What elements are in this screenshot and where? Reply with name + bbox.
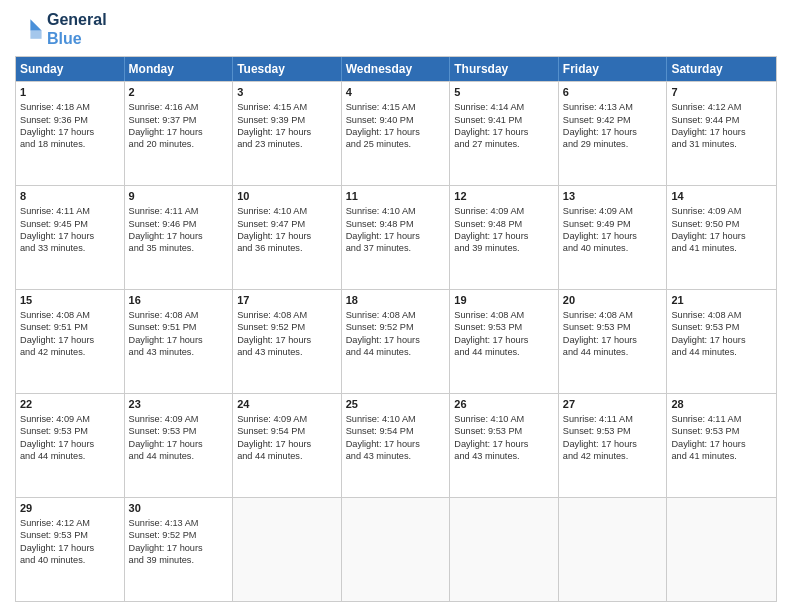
day-cell-25: 25Sunrise: 4:10 AMSunset: 9:54 PMDayligh…	[342, 394, 451, 497]
day-info-line: and 36 minutes.	[237, 242, 337, 254]
day-info-line: Sunset: 9:54 PM	[237, 425, 337, 437]
day-info-line: and 41 minutes.	[671, 242, 772, 254]
day-header-saturday: Saturday	[667, 57, 776, 81]
day-info-line: Sunset: 9:54 PM	[346, 425, 446, 437]
day-info-line: Sunset: 9:40 PM	[346, 114, 446, 126]
day-info-line: Sunset: 9:45 PM	[20, 218, 120, 230]
day-info-line: Daylight: 17 hours	[129, 126, 229, 138]
day-info-line: and 44 minutes.	[671, 346, 772, 358]
logo-icon	[15, 15, 43, 43]
day-number: 15	[20, 293, 120, 308]
day-info-line: Sunset: 9:46 PM	[129, 218, 229, 230]
day-info-line: Sunset: 9:53 PM	[671, 425, 772, 437]
day-header-thursday: Thursday	[450, 57, 559, 81]
day-info-line: Daylight: 17 hours	[671, 438, 772, 450]
day-info-line: Daylight: 17 hours	[237, 230, 337, 242]
day-info-line: Sunrise: 4:13 AM	[563, 101, 663, 113]
day-info-line: Daylight: 17 hours	[346, 438, 446, 450]
day-cell-30: 30Sunrise: 4:13 AMSunset: 9:52 PMDayligh…	[125, 498, 234, 601]
calendar-body: 1Sunrise: 4:18 AMSunset: 9:36 PMDaylight…	[16, 81, 776, 601]
day-info-line: Sunset: 9:41 PM	[454, 114, 554, 126]
day-info-line: Daylight: 17 hours	[671, 126, 772, 138]
day-info-line: Sunset: 9:37 PM	[129, 114, 229, 126]
day-cell-1: 1Sunrise: 4:18 AMSunset: 9:36 PMDaylight…	[16, 82, 125, 185]
day-cell-28: 28Sunrise: 4:11 AMSunset: 9:53 PMDayligh…	[667, 394, 776, 497]
day-info-line: Daylight: 17 hours	[563, 126, 663, 138]
day-info-line: Sunset: 9:50 PM	[671, 218, 772, 230]
day-info-line: and 44 minutes.	[346, 346, 446, 358]
day-info-line: Sunset: 9:52 PM	[237, 321, 337, 333]
day-number: 2	[129, 85, 229, 100]
day-info-line: Sunrise: 4:10 AM	[346, 413, 446, 425]
day-number: 10	[237, 189, 337, 204]
day-info-line: Daylight: 17 hours	[20, 542, 120, 554]
day-number: 8	[20, 189, 120, 204]
day-cell-18: 18Sunrise: 4:08 AMSunset: 9:52 PMDayligh…	[342, 290, 451, 393]
day-info-line: Sunset: 9:36 PM	[20, 114, 120, 126]
day-number: 14	[671, 189, 772, 204]
day-info-line: Daylight: 17 hours	[346, 230, 446, 242]
day-cell-5: 5Sunrise: 4:14 AMSunset: 9:41 PMDaylight…	[450, 82, 559, 185]
header: General Blue	[15, 10, 777, 48]
day-cell-4: 4Sunrise: 4:15 AMSunset: 9:40 PMDaylight…	[342, 82, 451, 185]
day-number: 11	[346, 189, 446, 204]
day-number: 23	[129, 397, 229, 412]
day-info-line: Sunrise: 4:08 AM	[563, 309, 663, 321]
day-info-line: and 43 minutes.	[129, 346, 229, 358]
week-row-1: 1Sunrise: 4:18 AMSunset: 9:36 PMDaylight…	[16, 81, 776, 185]
day-number: 25	[346, 397, 446, 412]
week-row-5: 29Sunrise: 4:12 AMSunset: 9:53 PMDayligh…	[16, 497, 776, 601]
day-info-line: Sunrise: 4:08 AM	[129, 309, 229, 321]
day-info-line: Sunrise: 4:11 AM	[20, 205, 120, 217]
empty-cell	[450, 498, 559, 601]
day-info-line: Daylight: 17 hours	[563, 230, 663, 242]
day-cell-24: 24Sunrise: 4:09 AMSunset: 9:54 PMDayligh…	[233, 394, 342, 497]
logo: General Blue	[15, 10, 107, 48]
svg-marker-0	[30, 19, 41, 30]
day-info-line: and 25 minutes.	[346, 138, 446, 150]
day-info-line: Daylight: 17 hours	[346, 126, 446, 138]
day-info-line: and 43 minutes.	[346, 450, 446, 462]
day-info-line: Daylight: 17 hours	[129, 334, 229, 346]
day-cell-20: 20Sunrise: 4:08 AMSunset: 9:53 PMDayligh…	[559, 290, 668, 393]
day-number: 17	[237, 293, 337, 308]
day-number: 3	[237, 85, 337, 100]
day-info-line: and 44 minutes.	[129, 450, 229, 462]
day-info-line: Sunset: 9:44 PM	[671, 114, 772, 126]
day-info-line: Daylight: 17 hours	[563, 334, 663, 346]
day-info-line: Daylight: 17 hours	[237, 334, 337, 346]
day-cell-14: 14Sunrise: 4:09 AMSunset: 9:50 PMDayligh…	[667, 186, 776, 289]
empty-cell	[342, 498, 451, 601]
day-info-line: Sunrise: 4:11 AM	[563, 413, 663, 425]
day-info-line: Sunrise: 4:12 AM	[20, 517, 120, 529]
day-info-line: Daylight: 17 hours	[20, 334, 120, 346]
day-info-line: Sunset: 9:52 PM	[346, 321, 446, 333]
day-info-line: Sunrise: 4:09 AM	[671, 205, 772, 217]
day-info-line: Sunset: 9:48 PM	[454, 218, 554, 230]
day-info-line: Sunset: 9:42 PM	[563, 114, 663, 126]
day-cell-19: 19Sunrise: 4:08 AMSunset: 9:53 PMDayligh…	[450, 290, 559, 393]
svg-marker-1	[30, 31, 41, 39]
week-row-4: 22Sunrise: 4:09 AMSunset: 9:53 PMDayligh…	[16, 393, 776, 497]
day-info-line: Daylight: 17 hours	[20, 438, 120, 450]
day-info-line: Sunrise: 4:15 AM	[346, 101, 446, 113]
day-info-line: and 43 minutes.	[454, 450, 554, 462]
day-info-line: Daylight: 17 hours	[237, 438, 337, 450]
day-info-line: and 23 minutes.	[237, 138, 337, 150]
day-info-line: Sunrise: 4:10 AM	[346, 205, 446, 217]
day-info-line: Sunrise: 4:15 AM	[237, 101, 337, 113]
day-number: 30	[129, 501, 229, 516]
day-info-line: and 42 minutes.	[563, 450, 663, 462]
day-number: 13	[563, 189, 663, 204]
day-info-line: Daylight: 17 hours	[454, 334, 554, 346]
day-info-line: and 27 minutes.	[454, 138, 554, 150]
empty-cell	[559, 498, 668, 601]
day-info-line: and 41 minutes.	[671, 450, 772, 462]
calendar-header: SundayMondayTuesdayWednesdayThursdayFrid…	[16, 57, 776, 81]
day-info-line: Daylight: 17 hours	[563, 438, 663, 450]
day-info-line: and 39 minutes.	[454, 242, 554, 254]
day-info-line: Sunset: 9:53 PM	[454, 321, 554, 333]
day-header-sunday: Sunday	[16, 57, 125, 81]
day-number: 4	[346, 85, 446, 100]
day-info-line: Sunset: 9:53 PM	[671, 321, 772, 333]
